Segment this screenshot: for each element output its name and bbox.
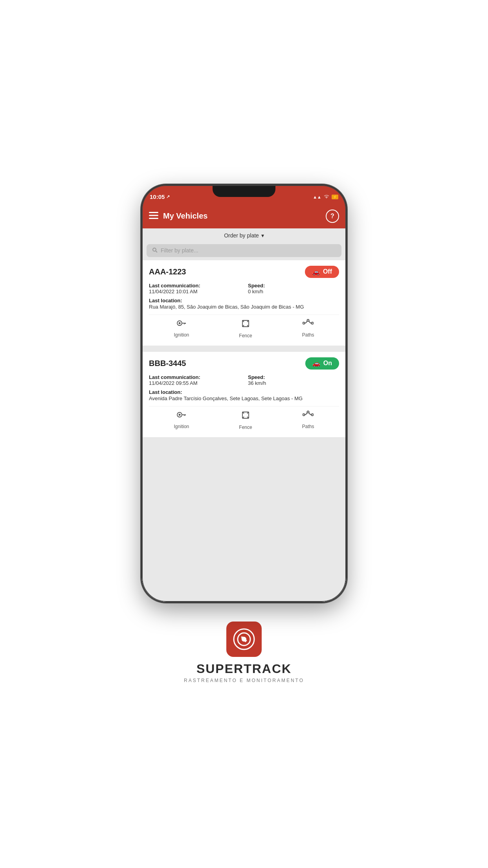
location-label: Last location: <box>149 298 339 303</box>
brand-logo <box>226 622 262 657</box>
comm-value: 11/04/2022 09:55 AM <box>149 380 240 386</box>
help-button[interactable]: ? <box>326 210 339 223</box>
svg-point-3 <box>153 248 156 251</box>
app-header: My Vehicles ? <box>142 206 346 228</box>
speed-value: 0 km/h <box>248 289 339 294</box>
status-bar: 10:05 ↗ ▲▲ ⚡ <box>142 185 346 206</box>
comm-speed-row: Last communication: 11/04/2022 09:55 AM … <box>149 374 339 386</box>
header-left: My Vehicles <box>149 211 207 221</box>
status-badge: 🚗 Off <box>305 266 339 278</box>
wifi-icon <box>323 194 330 200</box>
paths-icon <box>303 410 314 421</box>
notch-cutout <box>213 185 275 197</box>
signal-icon: ▲▲ <box>313 195 321 199</box>
location-value: Rua Marajó, 85, São Joaquim de Bicas, Sã… <box>149 303 339 311</box>
chevron-down-icon: ▾ <box>261 232 264 239</box>
card-divider <box>142 347 346 350</box>
car-icon: 🚗 <box>312 268 320 276</box>
comm-label: Last communication: <box>149 374 240 380</box>
paths-icon <box>303 319 314 330</box>
time-display: 10:05 <box>150 193 165 200</box>
fence-label: Fence <box>239 333 252 338</box>
ignition-label: Ignition <box>174 332 189 338</box>
fence-button[interactable]: Fence <box>239 410 252 430</box>
order-bar[interactable]: Order by plate ▾ <box>142 228 346 243</box>
vehicles-list: AAA-1223 🚗 Off Last communication: 11/04… <box>142 260 346 602</box>
vehicle-card: AAA-1223 🚗 Off Last communication: 11/04… <box>142 260 346 346</box>
brand-name-text: SUPERTRACK <box>196 662 292 676</box>
status-label: On <box>323 360 332 367</box>
vehicle-info: Last communication: 11/04/2022 09:55 AM … <box>149 374 339 402</box>
search-input[interactable]: Filter by plate... <box>161 247 198 254</box>
svg-marker-34 <box>240 634 248 643</box>
status-icons: ▲▲ ⚡ <box>313 194 338 200</box>
svg-rect-0 <box>149 212 158 213</box>
order-label: Order by plate <box>224 232 259 239</box>
vehicle-header: AAA-1223 🚗 Off <box>149 266 339 278</box>
fence-button[interactable]: Fence <box>239 319 252 338</box>
screen-content: Order by plate ▾ Filter by plate... <box>142 228 346 602</box>
svg-line-4 <box>156 251 158 252</box>
page-title: My Vehicles <box>163 211 207 221</box>
key-icon <box>176 319 187 330</box>
fence-icon <box>241 319 250 331</box>
speed-block: Speed: 0 km/h <box>248 283 339 294</box>
menu-icon[interactable] <box>149 211 158 221</box>
location-value: Avenida Padre Tarcísio Gonçalves, Sete L… <box>149 395 339 402</box>
fence-icon <box>241 410 250 422</box>
speed-value: 36 km/h <box>248 380 339 386</box>
paths-button[interactable]: Paths <box>302 410 314 430</box>
brand-sub-text: RASTREAMENTO E MONITORAMENTO <box>184 678 304 683</box>
location-block: Last location: Rua Marajó, 85, São Joaqu… <box>149 298 339 311</box>
key-icon <box>176 410 187 421</box>
paths-label: Paths <box>302 332 314 338</box>
page-wrapper: 10:05 ↗ ▲▲ ⚡ <box>0 0 488 868</box>
location-label: Last location: <box>149 389 339 395</box>
battery-icon: ⚡ <box>332 195 338 199</box>
phone-shell: 10:05 ↗ ▲▲ ⚡ <box>142 185 346 602</box>
comm-speed-row: Last communication: 11/04/2022 10:01 AM … <box>149 283 339 294</box>
fence-label: Fence <box>239 425 252 430</box>
vehicle-plate: AAA-1223 <box>149 267 186 276</box>
last-comm-block: Last communication: 11/04/2022 09:55 AM <box>149 374 240 386</box>
car-icon: 🚗 <box>312 360 320 367</box>
vehicle-info: Last communication: 11/04/2022 10:01 AM … <box>149 283 339 311</box>
svg-rect-1 <box>149 215 158 216</box>
comm-label: Last communication: <box>149 283 240 289</box>
speed-label: Speed: <box>248 374 339 380</box>
status-badge: 🚗 On <box>305 357 339 370</box>
search-icon <box>152 247 158 254</box>
action-row: Ignition <box>149 314 339 340</box>
paths-button[interactable]: Paths <box>302 319 314 338</box>
svg-rect-2 <box>149 218 158 219</box>
location-block: Last location: Avenida Padre Tarcísio Go… <box>149 389 339 402</box>
svg-point-6 <box>178 322 180 324</box>
speed-label: Speed: <box>248 283 339 289</box>
ignition-label: Ignition <box>174 424 189 429</box>
vehicle-card: BBB-3445 🚗 On Last communication: 11/04/… <box>142 352 346 437</box>
status-label: Off <box>323 268 332 275</box>
ignition-button[interactable]: Ignition <box>174 410 189 430</box>
svg-point-19 <box>178 414 180 416</box>
last-comm-block: Last communication: 11/04/2022 10:01 AM <box>149 283 240 294</box>
speed-block: Speed: 36 km/h <box>248 374 339 386</box>
comm-value: 11/04/2022 10:01 AM <box>149 289 240 294</box>
search-bar[interactable]: Filter by plate... <box>147 244 341 257</box>
paths-label: Paths <box>302 424 314 429</box>
vehicle-plate: BBB-3445 <box>149 359 186 368</box>
vehicle-header: BBB-3445 🚗 On <box>149 357 339 370</box>
action-row: Ignition <box>149 406 339 432</box>
status-time: 10:05 ↗ <box>150 193 170 200</box>
branding-section: SUPERTRACK RASTREAMENTO E MONITORAMENTO <box>184 622 304 683</box>
ignition-button[interactable]: Ignition <box>174 319 189 338</box>
brand-name: SUPERTRACK <box>196 662 292 676</box>
